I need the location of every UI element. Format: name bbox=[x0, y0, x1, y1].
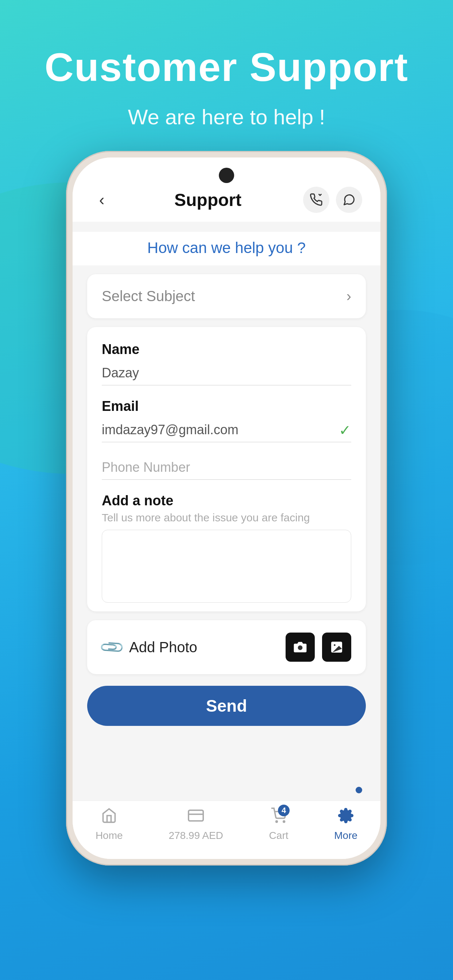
chevron-right-icon: › bbox=[346, 288, 351, 304]
bottom-nav: Home 278.99 AED bbox=[73, 800, 380, 859]
send-button[interactable]: Send bbox=[87, 686, 366, 726]
nav-title: Support bbox=[174, 190, 241, 210]
wallet-label: 278.99 AED bbox=[169, 830, 223, 842]
add-photo-card[interactable]: 📎 Add Photo bbox=[87, 620, 366, 674]
phone-field-group bbox=[102, 455, 351, 480]
more-label: More bbox=[334, 830, 357, 842]
back-button[interactable]: ‹ bbox=[91, 189, 113, 211]
email-label: Email bbox=[102, 398, 351, 414]
more-icon bbox=[338, 808, 354, 827]
name-field-group: Name bbox=[102, 342, 351, 385]
cart-wrap: 4 bbox=[271, 808, 287, 827]
email-input[interactable] bbox=[102, 418, 351, 442]
form-card: Name Email ✓ bbox=[87, 327, 366, 611]
nav-item-cart[interactable]: 4 Cart bbox=[269, 808, 289, 842]
select-subject-card[interactable]: Select Subject › bbox=[87, 274, 366, 318]
page-subtitle: We are here to help ! bbox=[45, 105, 408, 129]
attach-icon: 📎 bbox=[98, 633, 126, 661]
name-label: Name bbox=[102, 342, 351, 357]
phone-mockup: ‹ Support How can we hel bbox=[66, 151, 387, 865]
back-icon: ‹ bbox=[99, 191, 105, 209]
nav-action-icons bbox=[303, 187, 362, 213]
email-input-wrap: ✓ bbox=[102, 418, 351, 442]
note-section: Add a note Tell us more about the issue … bbox=[102, 493, 351, 604]
call-icon bbox=[309, 193, 323, 206]
note-subtitle: Tell us more about the issue you are fac… bbox=[102, 512, 351, 524]
email-valid-icon: ✓ bbox=[339, 422, 351, 439]
svg-point-2 bbox=[298, 645, 303, 650]
gallery-button[interactable] bbox=[322, 633, 351, 662]
whatsapp-button[interactable] bbox=[336, 187, 362, 213]
svg-point-8 bbox=[283, 821, 285, 822]
name-input-wrap bbox=[102, 361, 351, 385]
phone-input-wrap bbox=[102, 455, 351, 480]
svg-point-4 bbox=[334, 644, 335, 646]
gallery-icon bbox=[330, 640, 344, 654]
home-label: Home bbox=[96, 830, 123, 842]
page-title: Customer Support bbox=[45, 44, 408, 90]
note-label: Add a note bbox=[102, 493, 351, 509]
wallet-icon bbox=[188, 808, 204, 827]
svg-point-7 bbox=[276, 821, 278, 822]
cart-badge: 4 bbox=[278, 805, 290, 816]
cart-label: Cart bbox=[269, 830, 289, 842]
camera-notch bbox=[219, 168, 234, 183]
nav-item-wallet[interactable]: 278.99 AED bbox=[169, 808, 223, 842]
phone-input[interactable] bbox=[102, 455, 351, 480]
home-icon bbox=[101, 808, 117, 827]
svg-rect-5 bbox=[188, 810, 203, 821]
top-bar: ‹ Support bbox=[73, 158, 380, 222]
add-photo-label: Add Photo bbox=[129, 639, 197, 655]
add-photo-left: 📎 Add Photo bbox=[102, 638, 197, 657]
help-title: How can we help you ? bbox=[73, 232, 380, 266]
nav-item-home[interactable]: Home bbox=[96, 808, 123, 842]
email-field-group: Email ✓ bbox=[102, 398, 351, 442]
call-button[interactable] bbox=[303, 187, 329, 213]
select-subject-text: Select Subject bbox=[102, 288, 195, 304]
photo-actions bbox=[286, 633, 351, 662]
dot-indicator bbox=[356, 787, 362, 793]
nav-item-more[interactable]: More bbox=[334, 808, 357, 842]
name-input[interactable] bbox=[102, 361, 351, 385]
camera-icon bbox=[293, 640, 307, 654]
note-textarea[interactable] bbox=[102, 530, 351, 603]
phone-content: How can we help you ? Select Subject › N… bbox=[73, 222, 380, 800]
whatsapp-icon bbox=[343, 193, 356, 206]
camera-button[interactable] bbox=[286, 633, 315, 662]
